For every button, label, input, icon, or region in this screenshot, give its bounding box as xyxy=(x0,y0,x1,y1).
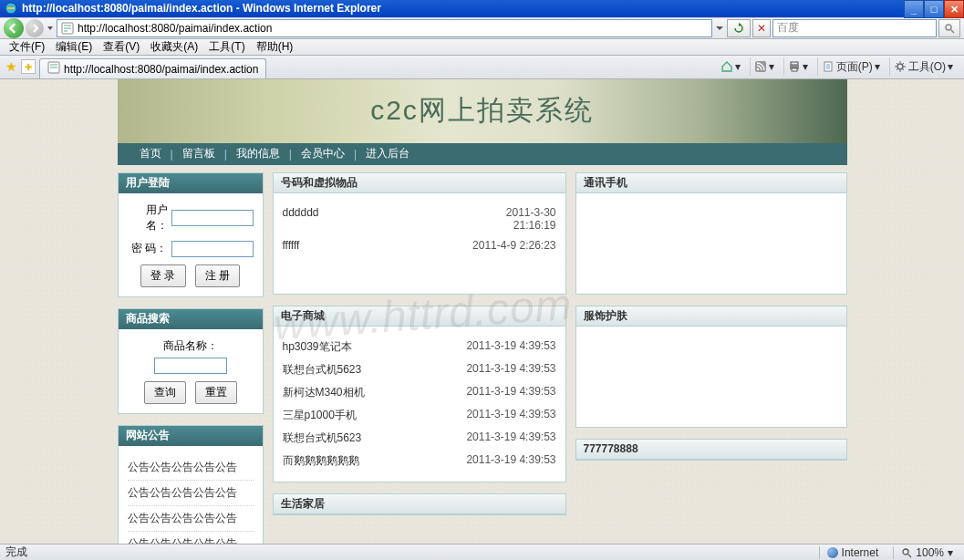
notice-item[interactable]: 公告公告公告公告公告 xyxy=(128,506,254,532)
notice-item[interactable]: 公告公告公告公告公告 xyxy=(128,532,254,544)
svg-rect-4 xyxy=(755,61,766,72)
password-input[interactable] xyxy=(171,241,254,257)
menu-file[interactable]: 文件(F) xyxy=(5,39,48,55)
search-query-button[interactable]: 查询 xyxy=(144,381,186,404)
browser-viewport: c2c网上拍卖系统 首页| 留言板| 我的信息| 会员中心| 进入后台 用户登陆… xyxy=(0,79,964,544)
item-time: 2011-3-19 4:39:53 xyxy=(466,453,555,469)
item-time: 2011-4-9 2:26:23 xyxy=(472,239,555,252)
print-button[interactable]: ▾ xyxy=(783,57,812,76)
numbers-header: 777778888 xyxy=(576,440,846,460)
site-nav: 首页| 留言板| 我的信息| 会员中心| 进入后台 xyxy=(118,143,847,165)
svg-rect-6 xyxy=(791,62,798,65)
virtual-items-header: 号码和虚拟物品 xyxy=(274,173,565,193)
forward-button[interactable] xyxy=(26,19,44,37)
page-icon xyxy=(61,22,74,35)
electronics-header: 电子商城 xyxy=(274,306,565,327)
menu-tools[interactable]: 工具(T) xyxy=(205,39,248,55)
clothing-panel: 服饰护肤 xyxy=(575,306,847,428)
item-name: 联想台式机5623 xyxy=(283,362,362,378)
search-header: 商品搜索 xyxy=(119,309,263,329)
page-menu[interactable]: 页面(P) ▾ xyxy=(817,57,884,76)
list-item[interactable]: 联想台式机56232011-3-19 4:39:53 xyxy=(283,427,556,450)
login-header: 用户登陆 xyxy=(119,173,263,193)
list-item[interactable]: 联想台式机56232011-3-19 4:39:53 xyxy=(283,358,556,381)
refresh-button[interactable] xyxy=(727,19,751,37)
tab-page-icon xyxy=(47,61,60,77)
list-item[interactable]: 三星p1000手机2011-3-19 4:39:53 xyxy=(283,404,556,427)
back-button[interactable] xyxy=(4,18,24,38)
gear-icon xyxy=(894,60,907,73)
list-item[interactable]: 而鹅鹅鹅鹅鹅鹅2011-3-19 4:39:53 xyxy=(283,450,556,472)
nav-guestbook[interactable]: 留言板 xyxy=(173,146,224,161)
minimize-button[interactable]: _ xyxy=(904,0,924,18)
product-search-input[interactable] xyxy=(154,358,227,374)
life-home-header: 生活家居 xyxy=(274,494,565,514)
list-item[interactable]: dddddd2011-3-30 21:16:19 xyxy=(283,202,556,235)
nav-member[interactable]: 会员中心 xyxy=(292,146,354,161)
login-button[interactable]: 登 录 xyxy=(140,264,185,287)
register-button[interactable]: 注 册 xyxy=(195,264,240,287)
nav-home[interactable]: 首页 xyxy=(130,146,171,161)
notice-item[interactable]: 公告公告公告公告公告 xyxy=(128,455,254,481)
search-label: 商品名称： xyxy=(163,338,218,354)
search-reset-button[interactable]: 重置 xyxy=(195,381,237,404)
notice-panel: 网站公告 公告公告公告公告公告公告公告公告公告公告公告公告公告公告公告公告公告公… xyxy=(118,425,264,544)
item-name: dddddd xyxy=(283,206,319,232)
password-label: 密 码： xyxy=(128,241,168,256)
item-time: 2011-3-19 4:39:53 xyxy=(466,362,555,378)
zoom-control[interactable]: 100% ▾ xyxy=(893,546,960,559)
menu-favorites[interactable]: 收藏夹(A) xyxy=(147,39,202,55)
item-name: hp3039笔记本 xyxy=(283,339,352,355)
search-placeholder: 百度 xyxy=(777,20,799,36)
item-time: 2011-3-30 21:16:19 xyxy=(506,206,556,232)
ie-icon xyxy=(4,1,18,16)
svg-point-10 xyxy=(897,64,903,69)
menu-help[interactable]: 帮助(H) xyxy=(253,39,297,55)
menu-view[interactable]: 查看(V) xyxy=(99,39,143,55)
window-titlebar: http://localhost:8080/paimai/index.actio… xyxy=(0,0,964,17)
phone-header: 通讯手机 xyxy=(576,173,846,193)
item-time: 2011-3-19 4:39:53 xyxy=(466,385,555,400)
menu-bar: 文件(F) 编辑(E) 查看(V) 收藏夹(A) 工具(T) 帮助(H) xyxy=(0,39,964,56)
stop-button[interactable]: ✕ xyxy=(752,19,771,37)
security-zone[interactable]: Internet xyxy=(819,546,886,559)
username-label: 用户名： xyxy=(128,202,168,233)
svg-point-11 xyxy=(903,549,908,555)
home-icon xyxy=(720,60,733,73)
notice-item[interactable]: 公告公告公告公告公告 xyxy=(128,481,254,506)
tools-menu[interactable]: 工具(O) ▾ xyxy=(889,57,957,76)
search-go-button[interactable] xyxy=(938,19,960,37)
nav-admin[interactable]: 进入后台 xyxy=(357,146,419,161)
nav-myinfo[interactable]: 我的信息 xyxy=(227,146,289,161)
home-button[interactable]: ▾ xyxy=(717,57,744,76)
item-name: 三星p1000手机 xyxy=(283,408,357,423)
notice-header: 网站公告 xyxy=(119,426,263,446)
login-panel: 用户登陆 用户名： 密 码： 登 录 xyxy=(118,172,264,297)
add-favorite-button[interactable]: ✚ xyxy=(21,59,36,74)
list-item[interactable]: ffffff2011-4-9 2:26:23 xyxy=(283,235,556,255)
clothing-header: 服饰护肤 xyxy=(576,306,846,327)
item-time: 2011-3-19 4:39:53 xyxy=(466,339,555,355)
svg-point-2 xyxy=(946,25,951,30)
item-name: 而鹅鹅鹅鹅鹅鹅 xyxy=(283,453,359,469)
address-bar[interactable]: http://localhost:8080/paimai/index.actio… xyxy=(57,19,712,37)
address-dropdown-icon[interactable] xyxy=(714,23,725,34)
virtual-items-panel: 号码和虚拟物品 dddddd2011-3-30 21:16:19ffffff20… xyxy=(273,172,566,295)
close-button[interactable]: ✕ xyxy=(944,0,964,18)
address-toolbar: http://localhost:8080/paimai/index.actio… xyxy=(0,17,964,39)
site-banner: c2c网上拍卖系统 xyxy=(118,79,847,143)
list-item[interactable]: hp3039笔记本2011-3-19 4:39:53 xyxy=(283,336,556,358)
browser-tab[interactable]: http://localhost:8080/paimai/index.actio… xyxy=(39,58,266,78)
window-title: http://localhost:8080/paimai/index.actio… xyxy=(22,2,381,15)
list-item[interactable]: 新柯达M340相机2011-3-19 4:39:53 xyxy=(283,381,556,404)
maximize-button[interactable]: □ xyxy=(924,0,944,18)
favorites-star-icon[interactable]: ★ xyxy=(5,59,17,74)
menu-edit[interactable]: 编辑(E) xyxy=(52,39,96,55)
history-dropdown-icon[interactable] xyxy=(46,24,55,33)
username-input[interactable] xyxy=(171,210,254,226)
search-engine-box[interactable]: 百度 xyxy=(772,19,937,37)
feeds-button[interactable]: ▾ xyxy=(750,57,778,76)
item-name: 联想台式机5623 xyxy=(283,430,362,446)
rss-icon xyxy=(754,60,767,73)
electronics-panel: 电子商城 hp3039笔记本2011-3-19 4:39:53联想台式机5623… xyxy=(273,306,566,482)
